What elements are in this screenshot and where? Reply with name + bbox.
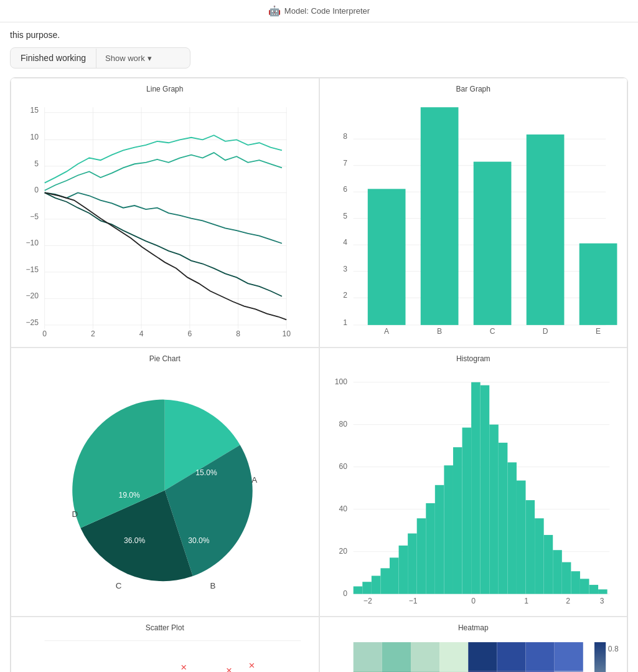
charts-container: Line Graph 15 10 5 0 −5 −10 −15 −20 −25 … [10,77,628,672]
pie-chart-svg: A B C D 15.0% 30.0% 36.0% 19.0% [17,366,312,608]
svg-text:0: 0 [471,597,476,605]
svg-rect-131 [525,642,554,671]
pie-chart-cell: Pie Chart A [11,348,319,617]
svg-text:15: 15 [30,106,39,115]
svg-text:A: A [251,475,257,485]
main-content: this purpose. Finished working Show work… [0,22,638,672]
svg-rect-109 [598,589,608,594]
svg-rect-52 [526,135,564,325]
svg-text:A: A [384,327,390,336]
svg-text:−20: −20 [26,291,39,300]
svg-rect-93 [453,447,462,594]
svg-rect-96 [480,385,489,594]
svg-rect-95 [471,382,481,594]
svg-text:10: 10 [282,329,291,338]
svg-text:60: 60 [339,462,347,471]
histogram-title: Histogram [326,354,621,363]
line-graph-title: Line Graph [17,85,312,93]
svg-text:40: 40 [339,504,347,513]
svg-text:8: 8 [236,329,240,338]
svg-text:−2: −2 [363,597,372,605]
svg-text:C: C [116,581,122,590]
svg-rect-87 [398,545,408,594]
svg-text:3: 3 [343,265,347,273]
heatmap-svg: 0.8 0 [326,635,621,672]
svg-rect-46 [367,189,405,325]
svg-rect-48 [420,107,458,325]
svg-rect-105 [561,562,571,594]
svg-rect-126 [382,642,410,671]
scatter-plot-title: Scatter Plot [17,623,312,632]
svg-rect-106 [571,571,580,594]
bar-graph-svg: 1 2 3 4 5 6 7 8 [326,96,621,338]
svg-text:2: 2 [343,291,347,300]
svg-rect-94 [462,427,471,594]
heatmap-cell: Heatmap [319,617,628,672]
svg-rect-92 [444,465,453,594]
scatter-plot-cell: Scatter Plot 1.0 1.5 × × × × × × × [11,617,319,672]
svg-text:20: 20 [339,547,347,556]
svg-text:100: 100 [334,377,347,386]
svg-rect-83 [362,582,372,594]
svg-text:6: 6 [187,329,192,338]
svg-text:0.8: 0.8 [608,645,618,653]
bar-graph-title: Bar Graph [326,85,621,93]
svg-text:8: 8 [343,132,347,141]
svg-rect-91 [434,485,444,594]
svg-text:×: × [226,665,232,672]
svg-text:0: 0 [34,186,39,194]
svg-text:−10: −10 [26,239,39,247]
svg-rect-89 [416,518,426,594]
svg-text:1: 1 [524,597,528,605]
svg-text:7: 7 [343,159,347,168]
svg-rect-88 [408,533,417,594]
svg-rect-149 [594,642,606,672]
svg-text:6: 6 [343,185,347,194]
svg-text:15.0%: 15.0% [195,468,217,477]
svg-rect-98 [498,442,507,594]
histogram-cell: Histogram 0 20 40 60 80 100 [319,348,628,617]
bar-graph-cell: Bar Graph 1 2 3 4 5 6 7 8 [319,78,628,348]
line-graph-cell: Line Graph 15 10 5 0 −5 −10 −15 −20 −25 … [11,78,319,348]
svg-text:4: 4 [343,238,347,247]
svg-text:×: × [248,660,255,671]
svg-rect-132 [554,642,583,671]
svg-text:E: E [596,327,601,336]
show-work-button[interactable]: Show work ▾ [96,49,161,68]
svg-rect-99 [507,462,517,594]
svg-rect-50 [473,162,511,325]
svg-text:D: D [72,509,78,518]
svg-text:B: B [210,581,216,590]
svg-rect-127 [410,642,439,671]
svg-rect-104 [553,550,562,594]
svg-text:C: C [489,327,495,336]
line-graph-svg: 15 10 5 0 −5 −10 −15 −20 −25 0 2 4 6 8 1… [17,96,312,338]
finished-bar: Finished working Show work ▾ [10,47,190,69]
svg-text:×: × [181,661,187,672]
svg-text:4: 4 [139,329,144,338]
svg-text:5: 5 [343,212,347,220]
finished-label: Finished working [11,48,96,68]
svg-rect-100 [516,480,525,594]
svg-rect-86 [389,557,398,594]
charts-grid: Line Graph 15 10 5 0 −5 −10 −15 −20 −25 … [11,78,627,672]
svg-text:10: 10 [30,133,39,141]
svg-rect-102 [535,518,544,594]
svg-rect-129 [468,642,497,671]
svg-rect-97 [489,424,499,594]
svg-rect-101 [525,500,535,594]
histogram-svg: 0 20 40 60 80 100 −2 −1 0 [326,366,621,608]
svg-text:1: 1 [343,318,347,327]
svg-text:3: 3 [599,597,604,605]
svg-rect-128 [439,642,468,671]
svg-text:D: D [542,327,548,336]
svg-text:19.0%: 19.0% [118,491,140,499]
svg-text:B: B [437,327,442,336]
svg-text:2: 2 [91,329,95,338]
svg-text:−15: −15 [26,265,39,274]
svg-rect-54 [579,244,617,325]
chevron-down-icon: ▾ [148,54,152,63]
svg-text:36.0%: 36.0% [124,536,146,545]
scatter-plot-svg: 1.0 1.5 × × × × × × × × × × [17,635,312,672]
top-bar: 🤖 Model: Code Interpreter [0,0,638,22]
